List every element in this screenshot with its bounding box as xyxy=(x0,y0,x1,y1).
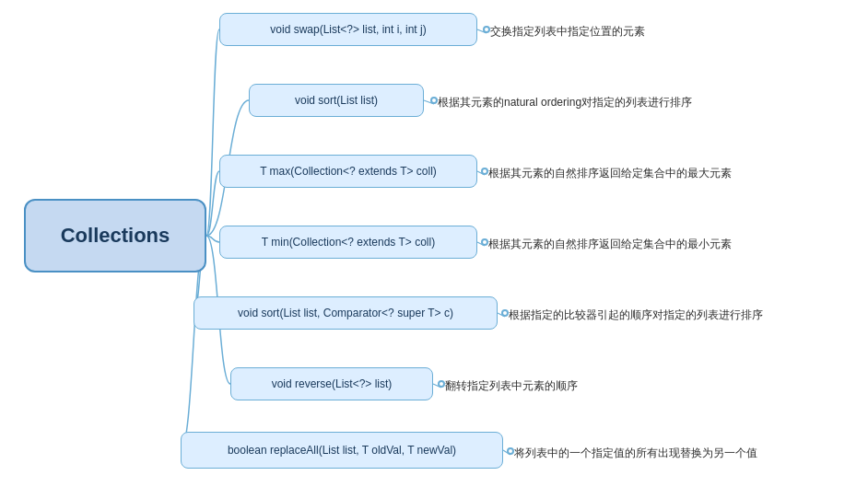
ann-replaceall: 将列表中的一个指定值的所有出现替换为另一个值 xyxy=(514,446,757,461)
node-reverse: void reverse(List<?> list) xyxy=(230,367,433,400)
ann-max: 根据其元素的自然排序返回给定集合中的最大元素 xyxy=(488,166,732,181)
dot-replaceall xyxy=(507,447,514,455)
dot-min xyxy=(481,238,488,246)
ann-reverse: 翻转指定列表中元素的顺序 xyxy=(445,378,578,394)
dot-reverse xyxy=(438,380,445,388)
ann-min: 根据其元素的自然排序返回给定集合中的最小元素 xyxy=(488,237,732,252)
node-swap: void swap(List<?> list, int i, int j) xyxy=(219,13,477,46)
node-replaceall: boolean replaceAll(List list, T oldVal, … xyxy=(181,432,503,469)
node-min: T min(Collection<? extends T> coll) xyxy=(219,226,477,259)
node-sort2: void sort(List list, Comparator<? super … xyxy=(194,296,498,330)
ann-sort2: 根据指定的比较器引起的顺序对指定的列表进行排序 xyxy=(509,307,763,323)
root-label: Collections xyxy=(61,224,170,248)
dot-max xyxy=(481,168,488,175)
dot-swap xyxy=(483,26,490,33)
root-node: Collections xyxy=(24,199,206,272)
dot-sort1 xyxy=(430,97,438,104)
dot-sort2 xyxy=(501,309,509,317)
node-max: T max(Collection<? extends T> coll) xyxy=(219,155,477,188)
ann-swap: 交换指定列表中指定位置的元素 xyxy=(490,24,645,40)
ann-sort1: 根据其元素的natural ordering对指定的列表进行排序 xyxy=(438,95,692,110)
node-sort1: void sort(List list) xyxy=(249,84,424,117)
